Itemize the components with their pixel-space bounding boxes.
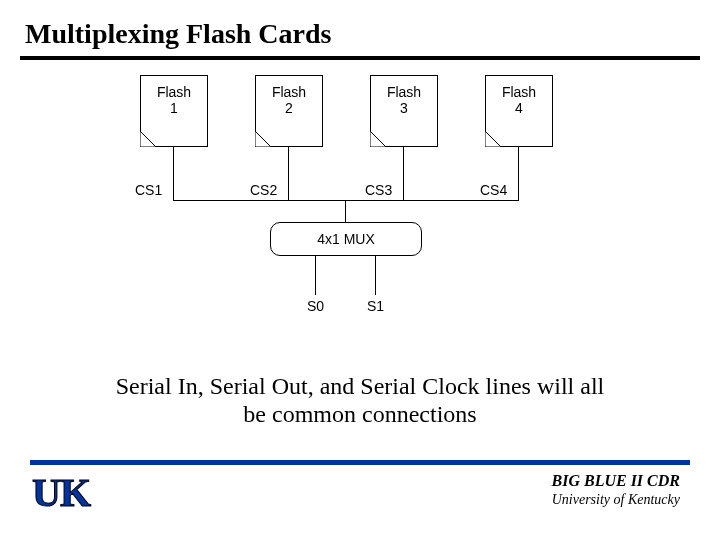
- cs2-label: CS2: [250, 182, 277, 198]
- wire: [403, 146, 404, 200]
- cs4-label: CS4: [480, 182, 507, 198]
- flash-card-3: Flash 3: [370, 75, 438, 147]
- flash-card-2: Flash 2: [255, 75, 323, 147]
- mux-label: 4x1 MUX: [317, 231, 375, 247]
- notch-icon: [370, 131, 386, 147]
- flash-2-line2: 2: [285, 100, 293, 116]
- flash-4-line2: 4: [515, 100, 523, 116]
- svg-marker-3: [485, 131, 501, 147]
- slide: Multiplexing Flash Cards Flash 1 Flash 2: [0, 0, 720, 540]
- s0-label: S0: [307, 298, 324, 314]
- wire: [173, 146, 174, 200]
- flash-4-line1: Flash: [502, 84, 536, 100]
- caption-line1: Serial In, Serial Out, and Serial Clock …: [116, 373, 605, 399]
- notch-icon: [140, 131, 156, 147]
- mux-box: 4x1 MUX: [270, 222, 422, 256]
- svg-marker-0: [140, 131, 156, 147]
- title-underline: [20, 56, 700, 60]
- flash-card-4-label: Flash 4: [486, 76, 552, 116]
- wire: [345, 200, 346, 222]
- svg-marker-2: [370, 131, 386, 147]
- uk-logo-icon: U K: [30, 470, 100, 515]
- uk-logo: U K: [30, 470, 100, 519]
- cs1-label: CS1: [135, 182, 162, 198]
- wire: [288, 146, 289, 200]
- footer-text: BIG BLUE II CDR University of Kentucky: [552, 472, 680, 508]
- footer-sub: University of Kentucky: [552, 492, 680, 508]
- flash-2-line1: Flash: [272, 84, 306, 100]
- flash-1-line2: 1: [170, 100, 178, 116]
- diagram: Flash 1 Flash 2 Flash 3: [130, 70, 600, 350]
- svg-marker-1: [255, 131, 271, 147]
- cs3-label: CS3: [365, 182, 392, 198]
- notch-icon: [485, 131, 501, 147]
- caption: Serial In, Serial Out, and Serial Clock …: [0, 372, 720, 428]
- slide-title: Multiplexing Flash Cards: [25, 18, 331, 50]
- notch-icon: [255, 131, 271, 147]
- wire: [518, 146, 519, 200]
- svg-text:K: K: [60, 470, 91, 515]
- wire: [375, 255, 376, 295]
- flash-card-1-label: Flash 1: [141, 76, 207, 116]
- flash-card-3-label: Flash 3: [371, 76, 437, 116]
- flash-card-4: Flash 4: [485, 75, 553, 147]
- flash-card-1: Flash 1: [140, 75, 208, 147]
- footer-divider: [30, 460, 690, 465]
- wire-bus: [173, 200, 519, 201]
- flash-3-line2: 3: [400, 100, 408, 116]
- footer-title: BIG BLUE II CDR: [552, 472, 680, 490]
- caption-line2: be common connections: [243, 401, 476, 427]
- s1-label: S1: [367, 298, 384, 314]
- svg-text:U: U: [32, 470, 61, 515]
- flash-card-2-label: Flash 2: [256, 76, 322, 116]
- flash-3-line1: Flash: [387, 84, 421, 100]
- flash-1-line1: Flash: [157, 84, 191, 100]
- wire: [315, 255, 316, 295]
